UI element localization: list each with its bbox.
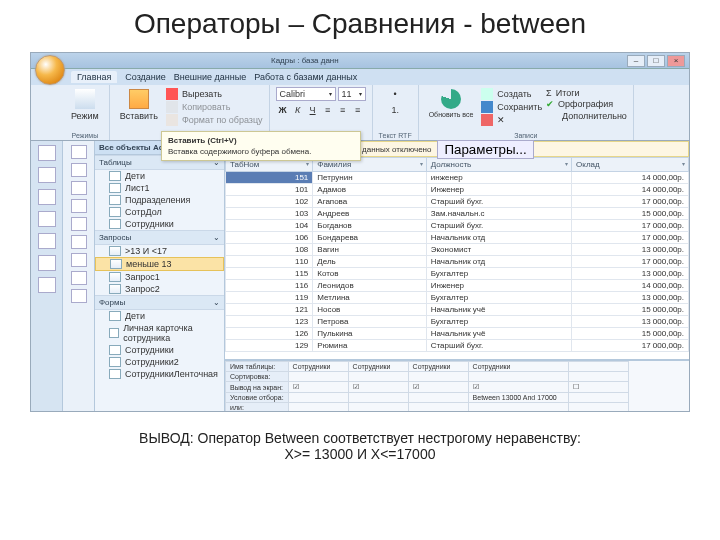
- cell-tabnom[interactable]: 106: [226, 232, 313, 244]
- new-record-button[interactable]: Создать: [481, 88, 542, 100]
- table-row[interactable]: 104БогдановСтарший бухг.17 000,00р.: [226, 220, 689, 232]
- table-row[interactable]: 102АгаповаСтарший бухг.17 000,00р.: [226, 196, 689, 208]
- nav-item[interactable]: >13 И <17: [95, 245, 224, 257]
- cell-tabnom[interactable]: 108: [226, 244, 313, 256]
- italic-button[interactable]: К: [291, 103, 305, 117]
- save-button[interactable]: Сохранить: [481, 101, 542, 113]
- table-row[interactable]: 103АндреевЗам.начальн.с15 000,00р.: [226, 208, 689, 220]
- table-icon[interactable]: [38, 189, 56, 205]
- cell-familia[interactable]: Петрова: [313, 316, 426, 328]
- font-size-combo[interactable]: 11▾: [338, 87, 366, 101]
- cell-familia[interactable]: Носов: [313, 304, 426, 316]
- qbe-cell[interactable]: [348, 372, 408, 382]
- qbe-cell[interactable]: [568, 372, 628, 382]
- qbe-cell[interactable]: [468, 372, 568, 382]
- ribbon-tab-dbtools[interactable]: Работа с базами данных: [254, 72, 357, 82]
- cell-dolzhnost[interactable]: Экономист: [426, 244, 571, 256]
- qbe-cell[interactable]: [408, 403, 468, 412]
- nav-item[interactable]: Дети: [95, 310, 224, 322]
- cell-dolzhnost[interactable]: Старший бухг.: [426, 220, 571, 232]
- table-icon[interactable]: [38, 167, 56, 183]
- form-icon[interactable]: [38, 255, 56, 271]
- cell-familia[interactable]: Вагин: [313, 244, 426, 256]
- minimize-button[interactable]: –: [627, 55, 645, 67]
- qbe-cell[interactable]: [568, 362, 628, 372]
- nav-item[interactable]: Дети: [95, 170, 224, 182]
- nav-item[interactable]: Запрос2: [95, 283, 224, 295]
- underline-button[interactable]: Ч: [306, 103, 320, 117]
- qbe-cell[interactable]: Сотрудники: [288, 362, 348, 372]
- nav-item[interactable]: СотрДол: [95, 206, 224, 218]
- cell-oklad[interactable]: 14 000,00р.: [572, 280, 689, 292]
- cell-oklad[interactable]: 13 000,00р.: [572, 316, 689, 328]
- nav-item[interactable]: меньше 13: [95, 257, 224, 271]
- cell-tabnom[interactable]: 129: [226, 340, 313, 352]
- table-row[interactable]: 119МетлинаБухгалтер13 000,00р.: [226, 292, 689, 304]
- copy-button[interactable]: Копировать: [166, 101, 263, 113]
- view-button[interactable]: Режим: [67, 87, 103, 123]
- cell-oklad[interactable]: 15 000,00р.: [572, 304, 689, 316]
- align-right-button[interactable]: ≡: [351, 103, 365, 117]
- cell-familia[interactable]: Бондарева: [313, 232, 426, 244]
- form-icon[interactable]: [71, 271, 87, 285]
- col-oklad[interactable]: Оклад: [572, 158, 689, 172]
- table-row[interactable]: 129РюминаСтарший бухг.17 000,00р.: [226, 340, 689, 352]
- form-icon[interactable]: [38, 277, 56, 293]
- nav-item[interactable]: Лист1: [95, 182, 224, 194]
- table-icon[interactable]: [71, 199, 87, 213]
- cell-dolzhnost[interactable]: Начальник отд: [426, 232, 571, 244]
- cell-familia[interactable]: Метлина: [313, 292, 426, 304]
- cell-tabnom[interactable]: 126: [226, 328, 313, 340]
- cell-dolzhnost[interactable]: Старший бухг.: [426, 196, 571, 208]
- qbe-cell[interactable]: [288, 393, 348, 403]
- table-row[interactable]: 126ПулькинаНачальник учё15 000,00р.: [226, 328, 689, 340]
- qbe-cell[interactable]: [348, 403, 408, 412]
- align-left-button[interactable]: ≡: [321, 103, 335, 117]
- cell-familia[interactable]: Петрунин: [313, 172, 426, 184]
- qbe-cell[interactable]: Сотрудники: [468, 362, 568, 372]
- qbe-cell[interactable]: [288, 372, 348, 382]
- cell-dolzhnost[interactable]: Начальник учё: [426, 328, 571, 340]
- table-icon[interactable]: [71, 145, 87, 159]
- qbe-cell[interactable]: ☑: [288, 382, 348, 393]
- cell-oklad[interactable]: 17 000,00р.: [572, 196, 689, 208]
- cell-oklad[interactable]: 15 000,00р.: [572, 328, 689, 340]
- table-icon[interactable]: [71, 163, 87, 177]
- table-icon[interactable]: [71, 181, 87, 195]
- ribbon-tab-create[interactable]: Создание: [125, 72, 166, 82]
- cell-familia[interactable]: Андреев: [313, 208, 426, 220]
- ribbon-tab-home[interactable]: Главная: [71, 71, 117, 83]
- qbe-cell[interactable]: Сотрудники: [348, 362, 408, 372]
- col-dolzhnost[interactable]: Должность: [426, 158, 571, 172]
- query-icon[interactable]: [71, 217, 87, 231]
- cell-familia[interactable]: Рюмина: [313, 340, 426, 352]
- cell-dolzhnost[interactable]: Инженер: [426, 280, 571, 292]
- qbe-cell[interactable]: ☐: [568, 382, 628, 393]
- cell-oklad[interactable]: 14 000,00р.: [572, 172, 689, 184]
- close-button[interactable]: ×: [667, 55, 685, 67]
- cell-tabnom[interactable]: 101: [226, 184, 313, 196]
- result-grid[interactable]: ТабНом Фамилия Должность Оклад 151Петрун…: [225, 157, 689, 352]
- maximize-button[interactable]: □: [647, 55, 665, 67]
- query-design-grid[interactable]: Имя таблицы:СотрудникиСотрудникиСотрудни…: [225, 359, 689, 411]
- cell-tabnom[interactable]: 123: [226, 316, 313, 328]
- refresh-all-button[interactable]: Обновить все: [425, 87, 478, 127]
- qbe-cell[interactable]: [468, 403, 568, 412]
- cell-oklad[interactable]: 13 000,00р.: [572, 244, 689, 256]
- form-icon[interactable]: [71, 253, 87, 267]
- qbe-criteria-cell[interactable]: Between 13000 And 17000: [468, 393, 568, 403]
- cell-oklad[interactable]: 15 000,00р.: [572, 208, 689, 220]
- numbering-button[interactable]: 1.: [388, 103, 402, 117]
- table-row[interactable]: 115КотовБухгалтер13 000,00р.: [226, 268, 689, 280]
- cell-dolzhnost[interactable]: Зам.начальн.с: [426, 208, 571, 220]
- qbe-cell[interactable]: ☑: [348, 382, 408, 393]
- align-center-button[interactable]: ≡: [336, 103, 350, 117]
- qbe-cell[interactable]: [288, 403, 348, 412]
- table-row[interactable]: 116ЛеонидовИнженер14 000,00р.: [226, 280, 689, 292]
- cell-dolzhnost[interactable]: Бухгалтер: [426, 268, 571, 280]
- table-icon[interactable]: [38, 145, 56, 161]
- cell-dolzhnost[interactable]: Начальник отд: [426, 256, 571, 268]
- nav-item[interactable]: Сотрудники: [95, 218, 224, 230]
- cell-dolzhnost[interactable]: Начальник учё: [426, 304, 571, 316]
- cell-oklad[interactable]: 13 000,00р.: [572, 268, 689, 280]
